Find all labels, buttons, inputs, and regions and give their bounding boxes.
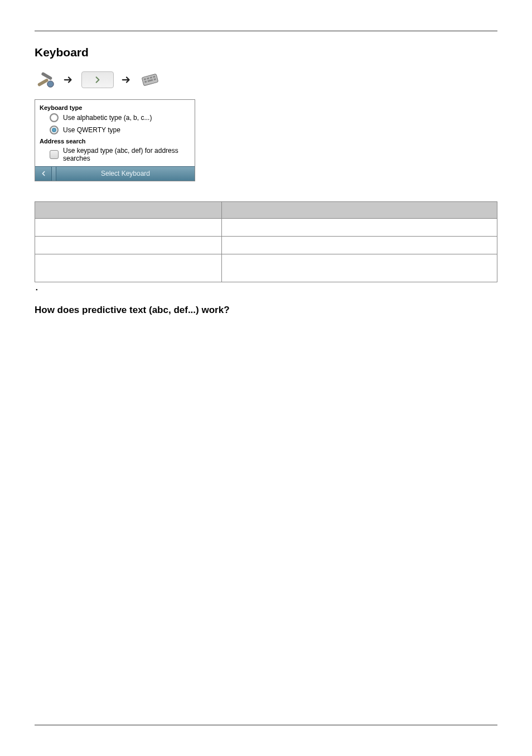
checkbox-icon (50, 150, 59, 159)
breadcrumb (35, 69, 497, 90)
forward-button-icon (81, 71, 114, 88)
options-table (35, 201, 497, 282)
svg-rect-0 (37, 78, 49, 86)
tools-icon (35, 69, 56, 90)
footer-title: Select Keyboard (56, 167, 195, 181)
bullet-marker: ▪ (36, 287, 497, 292)
option-keypad[interactable]: Use keypad type (abc, def) for address s… (50, 147, 190, 163)
option-label: Use QWERTY type (63, 126, 120, 134)
table-cell (35, 236, 222, 254)
table-row (35, 236, 497, 254)
divider (52, 167, 56, 181)
table-header (222, 201, 497, 218)
table-cell (222, 236, 497, 254)
table-cell (35, 218, 222, 236)
table-cell (222, 254, 497, 282)
section-keyboard-type: Keyboard type (40, 104, 190, 111)
arrow-right-icon (64, 75, 74, 85)
option-label: Use keypad type (abc, def) for address s… (63, 147, 190, 163)
table-header (35, 201, 222, 218)
keyboard-icon (139, 69, 161, 90)
radio-icon (50, 113, 59, 122)
svg-point-2 (47, 81, 54, 87)
option-qwerty[interactable]: Use QWERTY type (50, 126, 190, 134)
section-address-search: Address search (40, 138, 190, 145)
back-button[interactable] (35, 167, 52, 181)
keyboard-settings-panel: Keyboard type Use alphabetic type (a, b,… (35, 99, 195, 181)
panel-footer: Select Keyboard (35, 166, 195, 181)
document-page: Keyboard (35, 31, 497, 725)
heading-keyboard: Keyboard (35, 46, 497, 59)
table-cell (222, 218, 497, 236)
table-row (35, 254, 497, 282)
arrow-right-icon (122, 75, 132, 85)
heading-predictive-text: How does predictive text (abc, def...) w… (35, 305, 497, 316)
option-alphabetic[interactable]: Use alphabetic type (a, b, c...) (50, 113, 190, 122)
table-cell (35, 254, 222, 282)
radio-checked-icon (50, 126, 59, 134)
table-row (35, 218, 497, 236)
option-label: Use alphabetic type (a, b, c...) (63, 114, 152, 122)
